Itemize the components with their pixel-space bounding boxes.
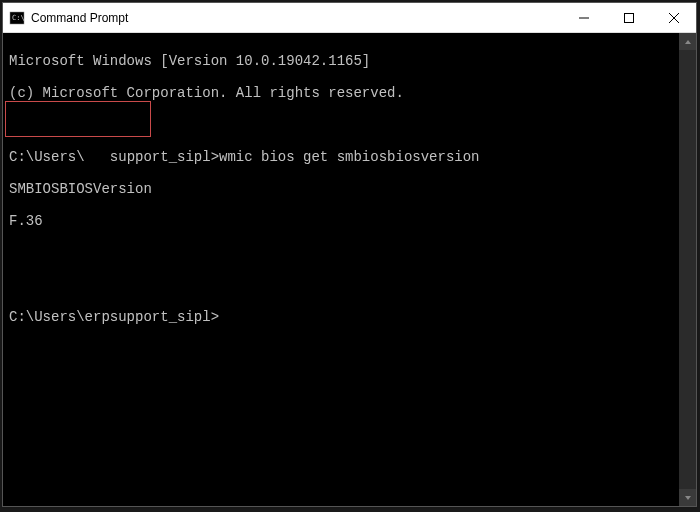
minimize-button[interactable] [561, 3, 606, 32]
blank-line [9, 117, 690, 133]
window-title: Command Prompt [31, 11, 561, 25]
close-button[interactable] [651, 3, 696, 32]
maximize-button[interactable] [606, 3, 651, 32]
prompt-line-2: C:\Users\erpsupport_sipl> [9, 309, 690, 325]
copyright-line: (c) Microsoft Corporation. All rights re… [9, 85, 690, 101]
terminal-content: Microsoft Windows [Version 10.0.19042.11… [3, 33, 696, 361]
scroll-down-button[interactable] [679, 489, 696, 506]
typed-command: wmic bios get smbiosbiosversion [219, 149, 479, 165]
scrollbar-track[interactable] [679, 50, 696, 489]
titlebar[interactable]: C:\ Command Prompt [3, 3, 696, 33]
prompt-user: support_sipl> [85, 149, 219, 165]
blank-line [9, 245, 690, 261]
prompt-path: C:\Users\ [9, 149, 85, 165]
cmd-icon: C:\ [9, 10, 25, 26]
scroll-up-button[interactable] [679, 33, 696, 50]
output-header: SMBIOSBIOSVersion [9, 181, 690, 197]
vertical-scrollbar[interactable] [679, 33, 696, 506]
blank-line [9, 277, 690, 293]
command-prompt-window: C:\ Command Prompt Microsoft Windows [Ve… [2, 2, 697, 507]
scrollbar-thumb[interactable] [681, 50, 694, 489]
window-controls [561, 3, 696, 32]
svg-text:C:\: C:\ [12, 14, 25, 22]
version-line: Microsoft Windows [Version 10.0.19042.11… [9, 53, 690, 69]
terminal-area[interactable]: Microsoft Windows [Version 10.0.19042.11… [3, 33, 696, 506]
command-line-1: C:\Users\ support_sipl>wmic bios get smb… [9, 149, 690, 165]
output-value: F.36 [9, 213, 690, 229]
svg-rect-3 [624, 13, 633, 22]
